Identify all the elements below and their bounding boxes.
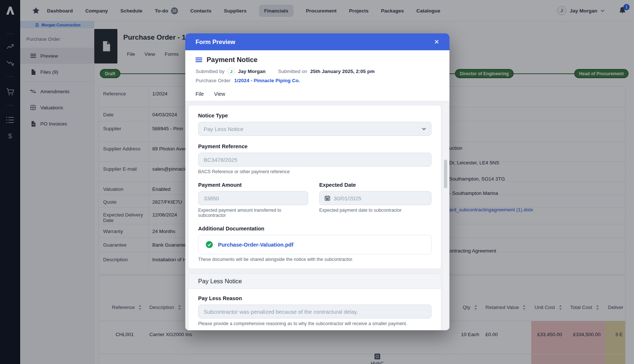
additional-documentation-helper: These documents will be shared alongside…	[198, 257, 431, 262]
pay-less-reason-field[interactable]	[198, 305, 431, 318]
modal-header: Form Preview ✕	[185, 33, 449, 50]
expected-date-helper: Expected payment date to subcontractor	[319, 208, 431, 213]
scrollbar-thumb[interactable]	[444, 160, 447, 188]
modal-title: Form Preview	[196, 39, 235, 46]
modal-scrollbar[interactable]	[443, 104, 448, 328]
app-screen: Dashboard Company Schedule To-do 10 Cont…	[0, 0, 634, 364]
payment-amount-input[interactable]	[204, 195, 303, 201]
payment-reference-field[interactable]	[198, 153, 431, 167]
form-title: Payment Notice	[207, 56, 258, 64]
close-icon[interactable]: ✕	[432, 37, 441, 47]
expected-date-field[interactable]	[319, 191, 431, 205]
additional-documentation-label: Additional Documentation	[198, 226, 431, 232]
payment-reference-helper: BACS Reference or other payment referenc…	[198, 169, 431, 174]
chevron-down-icon	[422, 128, 426, 130]
document-link[interactable]: Purchase-Order-Valuation.pdf	[218, 242, 293, 248]
payment-amount-field[interactable]	[198, 191, 308, 205]
notice-type-select[interactable]: Pay Less Notice	[198, 122, 431, 136]
payment-notice-card: Notice Type Pay Less Notice Payment Refe…	[188, 105, 441, 269]
modal-form-body: Notice Type Pay Less Notice Payment Refe…	[185, 101, 449, 330]
pay-less-reason-helper: Please provide a comprehensive reasoning…	[198, 321, 431, 326]
form-preview-modal: Form Preview ✕ Payment Notice Submitted …	[185, 33, 449, 330]
payment-reference-input[interactable]	[204, 157, 426, 163]
payment-amount-helper: Expected payment amount transferred to s…	[198, 208, 308, 218]
expected-date-input[interactable]	[334, 195, 426, 201]
pay-less-reason-label: Pay Less Reason	[198, 295, 431, 301]
form-info-section: Payment Notice Submitted by J Jay Morgan…	[185, 50, 449, 88]
check-circle-icon	[206, 241, 213, 248]
expected-date-label: Expected Date	[319, 182, 431, 188]
modal-menubar: File View	[185, 88, 449, 101]
modal-menu-view[interactable]: View	[214, 91, 225, 97]
modal-menu-file[interactable]: File	[196, 91, 204, 97]
submitted-on-value: 25th January 2025, 2:05 pm	[310, 69, 375, 74]
submitter-avatar: J	[227, 68, 235, 75]
po-label: Purchase Order	[196, 78, 230, 83]
pay-less-section-title: Pay Less Notice	[189, 274, 441, 289]
notice-type-label: Notice Type	[198, 113, 431, 119]
attached-document[interactable]: Purchase-Order-Valuation.pdf	[198, 235, 431, 254]
pay-less-reason-input[interactable]	[204, 309, 426, 315]
submitted-by-label: Submitted by	[196, 69, 225, 74]
payment-reference-label: Payment Reference	[198, 143, 431, 149]
payment-amount-label: Payment Amount	[198, 182, 308, 188]
pay-less-notice-card: Pay Less Notice Pay Less Reason Please p…	[188, 273, 441, 330]
notice-type-value: Pay Less Notice	[204, 126, 243, 132]
submitted-on-label: Submitted on	[278, 69, 307, 74]
po-link[interactable]: 1/2024 - Pinnacle Piping Co.	[234, 78, 300, 83]
form-lines-icon	[196, 57, 202, 62]
calendar-icon	[325, 195, 330, 201]
submitter-name: Jay Morgan	[238, 69, 266, 74]
